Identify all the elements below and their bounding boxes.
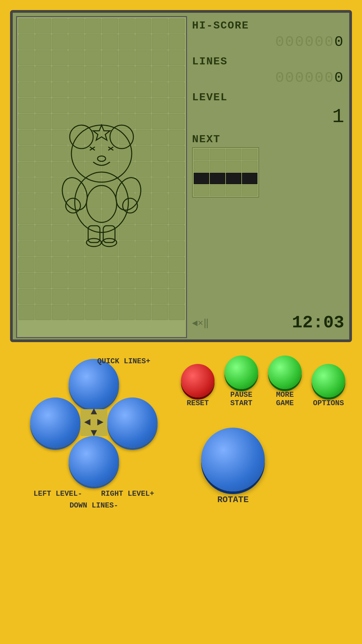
grid-cell (135, 305, 152, 320)
grid-cell (85, 82, 101, 97)
grid-cell (18, 162, 35, 177)
grid-cell (35, 209, 51, 224)
down-lines-label: DOWN LINES- (69, 501, 118, 510)
right-button[interactable] (107, 397, 158, 448)
grid-cell (18, 18, 35, 34)
reset-button[interactable] (181, 364, 215, 397)
hi-score-label: HI-SCORE (192, 19, 344, 32)
svg-point-2 (71, 125, 132, 182)
quick-lines-button[interactable] (69, 359, 119, 409)
grid-cell (135, 82, 152, 97)
grid-cell (102, 18, 118, 34)
hi-score-dim-digits: 000000 (275, 34, 334, 50)
grid-cell (119, 289, 135, 304)
grid-cell (52, 34, 68, 49)
svg-marker-8 (93, 125, 110, 140)
rotate-label: ROTATE (217, 495, 249, 505)
grid-cell (68, 50, 84, 65)
grid-cell (35, 18, 51, 34)
hi-score-section: HI-SCORE 0000000 (192, 19, 344, 50)
grid-cell (18, 177, 35, 193)
timer-icon: ◄×‖ (192, 317, 209, 329)
grid-cell (152, 34, 168, 49)
next-cell (210, 185, 225, 196)
grid-cell (169, 257, 185, 272)
grid-cell (169, 50, 185, 65)
grid-cell (152, 66, 168, 81)
dpad-wrapper: QUICK LINES+ ▲◄ ►▼ (30, 359, 158, 486)
grid-cell (85, 257, 101, 272)
dpad-arrows-icon: ▲◄ ►▼ (84, 407, 104, 439)
next-cell (194, 161, 209, 172)
grid-cell (35, 146, 51, 161)
grid-cell (169, 209, 185, 224)
next-cell-filled (210, 173, 225, 184)
next-cell (210, 149, 225, 160)
more-game-button[interactable] (268, 356, 302, 389)
dpad-center: ▲◄ ►▼ (80, 409, 107, 436)
grid-cell (35, 82, 51, 97)
rotate-button[interactable] (201, 428, 265, 491)
grid-cell (52, 50, 68, 65)
grid-cell (35, 50, 51, 65)
grid-cell (152, 289, 168, 304)
grid-cell (68, 273, 84, 288)
grid-cell (169, 146, 185, 161)
grid-cell (152, 98, 168, 113)
grid-cell (152, 114, 168, 129)
controls-area: QUICK LINES+ ▲◄ ►▼ LEFT LEVEL- RIGHT LEV… (0, 342, 362, 644)
level-section: LEVEL 1 (192, 91, 344, 128)
grid-cell (152, 146, 168, 161)
svg-point-9 (75, 172, 128, 232)
timer-display: 12:03 (292, 313, 344, 333)
grid-cell (18, 257, 35, 272)
svg-rect-16 (103, 226, 115, 243)
next-cell (242, 161, 257, 172)
grid-cell (85, 34, 101, 49)
grid-cell (169, 66, 185, 81)
grid-cell (119, 82, 135, 97)
grid-cell (35, 225, 51, 240)
grid-cell (52, 305, 68, 320)
dpad-labels: LEFT LEVEL- RIGHT LEVEL+ (30, 490, 158, 498)
hi-score-active-digit: 0 (335, 34, 344, 50)
reset-group: RESET (181, 364, 215, 408)
next-cell (242, 149, 257, 160)
grid-cell (18, 146, 35, 161)
level-value: 1 (192, 105, 344, 128)
rotate-wrapper: ROTATE (201, 428, 265, 505)
grid-cell (18, 50, 35, 65)
grid-cell (68, 34, 84, 49)
grid-cell (18, 114, 35, 129)
grid-cell (52, 273, 68, 288)
grid-cell (135, 18, 152, 34)
svg-rect-15 (88, 226, 100, 243)
pause-start-button[interactable] (225, 356, 258, 389)
options-group: OPTIONS (312, 364, 345, 408)
svg-point-7 (98, 156, 106, 161)
next-piece-grid (192, 147, 259, 198)
grid-cell (85, 305, 101, 320)
options-button[interactable] (312, 364, 345, 397)
grid-cell (102, 305, 118, 320)
grid-cell (119, 34, 135, 49)
hi-score-value: 0000000 (192, 34, 344, 50)
grid-cell (152, 18, 168, 34)
grid-cell (35, 177, 51, 193)
lines-active-digit: 0 (335, 69, 344, 86)
grid-cell (152, 193, 168, 208)
grid-cell (35, 114, 51, 129)
svg-point-14 (86, 185, 117, 222)
grid-cell (169, 114, 185, 129)
grid-cell (169, 193, 185, 208)
grid-cell (18, 209, 35, 224)
grid-cell (68, 289, 84, 304)
left-button[interactable] (30, 397, 80, 448)
grid-cell (18, 34, 35, 49)
pause-start-label: PAUSESTART (230, 391, 252, 408)
grid-cell (102, 273, 118, 288)
down-button[interactable] (69, 436, 119, 486)
grid-cell (169, 273, 185, 288)
lines-value: 0000000 (192, 69, 344, 86)
grid-cell (119, 50, 135, 65)
